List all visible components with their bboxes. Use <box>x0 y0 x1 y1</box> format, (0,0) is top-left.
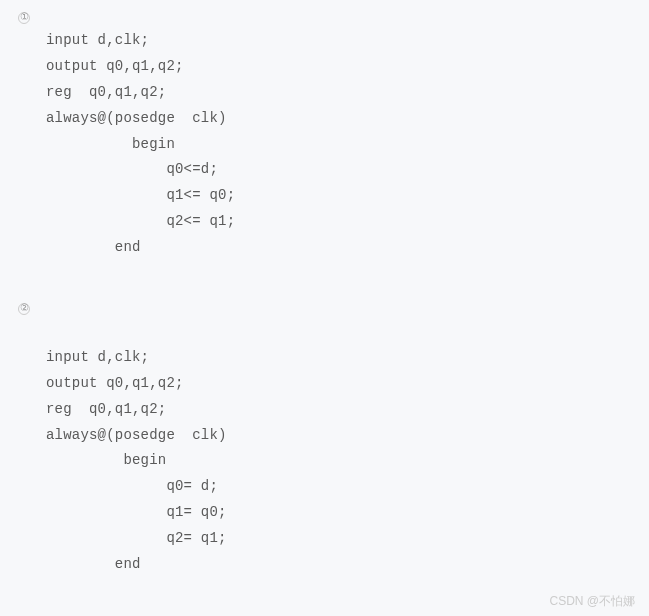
code-line: end <box>46 239 141 255</box>
watermark: CSDN @不怕娜 <box>549 593 635 610</box>
marker-2: ② <box>18 303 30 315</box>
code-line: begin <box>46 452 166 468</box>
code-line: reg q0,q1,q2; <box>46 84 166 100</box>
code-line: q1<= q0; <box>46 187 235 203</box>
block-2: ② input d,clk; output q0,q1,q2; reg q0,q… <box>18 299 631 578</box>
code-line: end <box>46 556 141 572</box>
code-line: always@(posedge clk) <box>46 427 227 443</box>
code-line: always@(posedge clk) <box>46 110 227 126</box>
code-block-2: input d,clk; output q0,q1,q2; reg q0,q1,… <box>46 319 631 578</box>
marker-1: ① <box>18 12 30 24</box>
code-line: q0<=d; <box>46 161 218 177</box>
code-line: q2= q1; <box>46 530 227 546</box>
code-line: input d,clk; <box>46 32 149 48</box>
code-content: ① input d,clk; output q0,q1,q2; reg q0,q… <box>0 0 649 586</box>
code-line: input d,clk; <box>46 349 149 365</box>
code-line: q1= q0; <box>46 504 227 520</box>
code-line: q2<= q1; <box>46 213 235 229</box>
code-block-1: input d,clk; output q0,q1,q2; reg q0,q1,… <box>46 28 631 261</box>
block-1: ① input d,clk; output q0,q1,q2; reg q0,q… <box>18 8 631 261</box>
code-line: output q0,q1,q2; <box>46 375 184 391</box>
code-line: output q0,q1,q2; <box>46 58 184 74</box>
code-line: begin <box>46 136 175 152</box>
code-line: reg q0,q1,q2; <box>46 401 166 417</box>
code-line: q0= d; <box>46 478 218 494</box>
